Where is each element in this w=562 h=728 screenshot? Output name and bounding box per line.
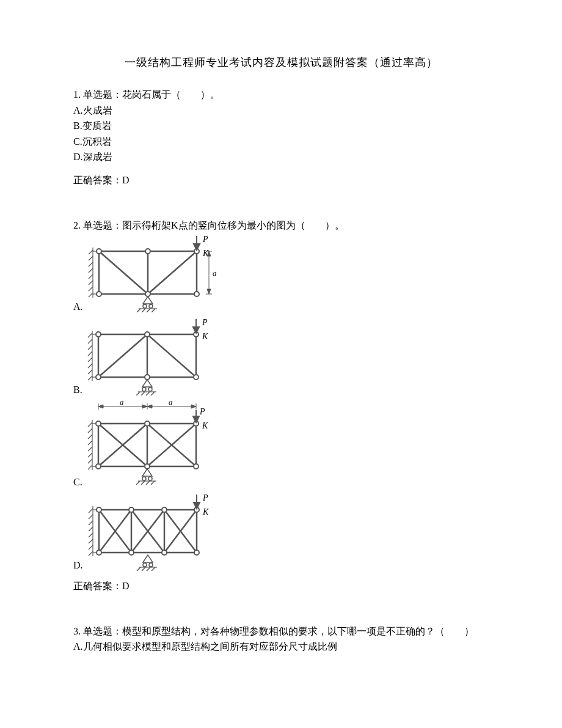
svg-line-2 bbox=[99, 251, 148, 294]
svg-line-49 bbox=[88, 345, 92, 350]
q1-option-c: C.沉积岩 bbox=[73, 134, 489, 150]
k-label: K bbox=[202, 507, 209, 517]
svg-line-16 bbox=[89, 281, 93, 285]
svg-line-63 bbox=[146, 392, 150, 395]
q3-stem: 3. 单选题：模型和原型结构，对各种物理参数相似的要求，以下哪一项是不正确的？（… bbox=[73, 623, 489, 639]
svg-point-124 bbox=[162, 550, 167, 555]
svg-point-125 bbox=[194, 550, 199, 555]
svg-line-127 bbox=[89, 509, 93, 513]
svg-point-118 bbox=[97, 507, 101, 512]
q2-stem: 2. 单选题：图示得桁架K点的竖向位移为最小的图为（ ）。 bbox=[73, 218, 489, 233]
svg-line-91 bbox=[88, 435, 92, 439]
svg-marker-137 bbox=[143, 555, 153, 562]
q2-option-c: C. a a bbox=[73, 399, 489, 488]
svg-line-105 bbox=[146, 481, 150, 485]
svg-point-139 bbox=[149, 563, 153, 567]
svg-line-142 bbox=[142, 567, 145, 571]
svg-line-144 bbox=[151, 567, 155, 571]
svg-line-13 bbox=[89, 262, 93, 267]
svg-line-141 bbox=[137, 567, 140, 571]
svg-line-95 bbox=[88, 459, 92, 463]
svg-line-27 bbox=[147, 309, 150, 312]
svg-line-38 bbox=[98, 334, 147, 377]
q3-option-a: A.几何相似要求模型和原型结构之间所有对应部分尺寸成比例 bbox=[73, 639, 489, 655]
svg-line-61 bbox=[136, 392, 140, 395]
svg-line-133 bbox=[89, 545, 93, 550]
q2-answer: 正确答案：D bbox=[73, 578, 489, 594]
svg-line-3 bbox=[148, 251, 197, 294]
svg-line-17 bbox=[89, 287, 93, 291]
svg-point-120 bbox=[162, 507, 167, 512]
svg-line-14 bbox=[89, 268, 93, 273]
svg-line-103 bbox=[136, 481, 140, 485]
svg-line-90 bbox=[88, 428, 92, 433]
svg-line-132 bbox=[89, 539, 93, 543]
p-label: P bbox=[202, 318, 208, 327]
svg-marker-21 bbox=[143, 296, 153, 304]
svg-point-82 bbox=[96, 421, 101, 426]
svg-point-119 bbox=[129, 507, 134, 512]
svg-marker-57 bbox=[142, 380, 152, 387]
svg-point-138 bbox=[143, 563, 147, 567]
svg-line-18 bbox=[89, 293, 93, 297]
svg-line-12 bbox=[89, 256, 93, 260]
svg-line-47 bbox=[88, 333, 92, 337]
svg-line-51 bbox=[88, 358, 92, 362]
svg-point-7 bbox=[97, 292, 101, 296]
svg-point-41 bbox=[145, 332, 150, 337]
svg-point-123 bbox=[129, 550, 134, 555]
q2-diagram-d: P K bbox=[87, 491, 215, 571]
svg-line-94 bbox=[88, 453, 92, 457]
svg-line-48 bbox=[88, 339, 92, 344]
svg-line-15 bbox=[89, 274, 93, 279]
svg-marker-72 bbox=[98, 405, 103, 408]
q2-a-label: A. bbox=[73, 301, 83, 312]
svg-line-52 bbox=[88, 364, 92, 368]
svg-line-11 bbox=[89, 250, 93, 254]
svg-line-92 bbox=[88, 441, 92, 445]
svg-point-87 bbox=[194, 464, 199, 469]
question-3: 3. 单选题：模型和原型结构，对各种物理参数相似的要求，以下哪一项是不正确的？（… bbox=[73, 623, 489, 655]
p-label: P bbox=[199, 407, 205, 416]
svg-point-101 bbox=[148, 477, 152, 480]
q2-d-label: D. bbox=[73, 560, 83, 571]
svg-point-40 bbox=[96, 332, 101, 337]
a-label-1: a bbox=[120, 399, 124, 406]
svg-point-4 bbox=[97, 249, 101, 254]
svg-line-26 bbox=[142, 309, 145, 312]
svg-point-85 bbox=[96, 464, 101, 469]
q2-diagram-a: P K a bbox=[87, 233, 227, 312]
page-title: 一级结构工程师专业考试内容及模拟试题附答案（通过率高） bbox=[73, 55, 489, 70]
svg-line-28 bbox=[151, 309, 155, 312]
svg-line-130 bbox=[89, 527, 93, 531]
k-label: K bbox=[202, 421, 208, 430]
svg-line-62 bbox=[141, 392, 145, 395]
svg-line-50 bbox=[88, 351, 92, 356]
p-label: P bbox=[202, 235, 208, 244]
svg-point-59 bbox=[148, 388, 152, 391]
svg-point-122 bbox=[97, 550, 101, 555]
svg-line-53 bbox=[88, 370, 92, 374]
svg-point-43 bbox=[96, 375, 101, 380]
q2-option-b: B. bbox=[73, 316, 489, 395]
svg-line-54 bbox=[88, 376, 92, 380]
svg-line-25 bbox=[137, 309, 140, 312]
svg-point-9 bbox=[194, 292, 199, 296]
svg-line-89 bbox=[88, 422, 92, 427]
q1-option-b: B.变质岩 bbox=[73, 118, 489, 134]
q2-diagram-c: a a bbox=[86, 399, 214, 488]
svg-line-64 bbox=[151, 392, 155, 395]
svg-line-39 bbox=[147, 334, 196, 377]
svg-point-22 bbox=[143, 304, 147, 308]
q1-option-a: A.火成岩 bbox=[73, 103, 489, 119]
q1-answer: 正确答案：D bbox=[73, 172, 489, 188]
q1-stem: 1. 单选题：花岗石属于（ ）。 bbox=[73, 87, 489, 103]
svg-point-5 bbox=[145, 249, 150, 254]
svg-line-93 bbox=[88, 447, 92, 451]
q1-option-d: D.深成岩 bbox=[73, 149, 489, 165]
svg-marker-74 bbox=[147, 405, 152, 408]
k-label: K bbox=[202, 332, 208, 341]
svg-line-106 bbox=[151, 481, 155, 485]
a-label-2: a bbox=[169, 399, 173, 406]
a-label: a bbox=[213, 268, 217, 278]
